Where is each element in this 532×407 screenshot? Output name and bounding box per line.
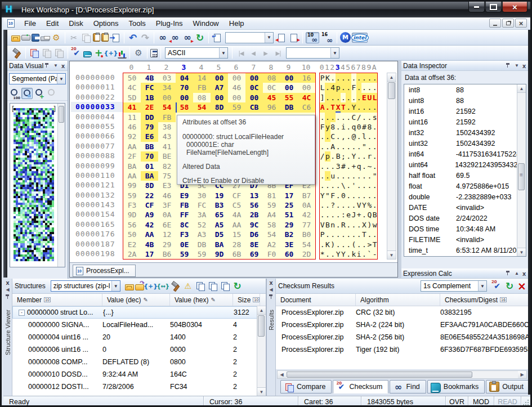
hex-byte[interactable]: 79 xyxy=(141,122,158,132)
ascii-char[interactable]: + xyxy=(356,210,361,220)
close-icon[interactable]: x xyxy=(522,271,526,276)
compare-resync-icon[interactable] xyxy=(41,47,52,59)
hex-byte[interactable]: 41 xyxy=(123,102,141,112)
hex-byte[interactable]: FC xyxy=(141,83,158,92)
ascii-char[interactable]: . xyxy=(341,142,346,151)
hex-byte[interactable]: 13 xyxy=(245,191,263,200)
ascii-char[interactable]: K xyxy=(325,240,330,249)
ascii-char[interactable]: . xyxy=(325,93,330,102)
hex-byte[interactable]: 54 xyxy=(263,230,280,239)
ascii-char[interactable]: e xyxy=(346,210,351,220)
hex-byte[interactable]: B0 xyxy=(298,230,315,239)
ascii-char[interactable]: * xyxy=(320,249,325,259)
ascii-char[interactable]: . xyxy=(351,230,356,239)
inspector-row[interactable]: FILETIME<invalid> xyxy=(404,234,526,245)
ascii-char[interactable]: . xyxy=(325,230,330,239)
ascii-char[interactable]: . xyxy=(336,220,341,230)
pin-icon[interactable] xyxy=(268,294,274,300)
inspector-row[interactable]: half float69.5 xyxy=(404,170,526,181)
ascii-char[interactable]: . xyxy=(341,93,346,102)
inspector-row[interactable]: DOS time10:34:48 AM xyxy=(404,223,526,234)
hex-byte[interactable]: E2 xyxy=(123,240,141,249)
ascii-char[interactable]: F xyxy=(320,122,325,132)
close-icon[interactable]: x xyxy=(61,63,65,69)
mdi-restore-button[interactable] xyxy=(502,19,514,28)
collapse-icon[interactable]: - xyxy=(19,310,25,316)
ascii-char[interactable]: . xyxy=(367,142,372,151)
hex-byte[interactable]: AA xyxy=(141,230,158,239)
ascii-char[interactable]: . xyxy=(367,230,372,239)
visualizer-mode-combobox[interactable]: Segmented (Pale ▼ xyxy=(9,73,66,84)
ascii-char[interactable]: . xyxy=(346,132,351,141)
ascii-char[interactable]: . xyxy=(361,73,366,83)
hex-byte[interactable]: E9 xyxy=(176,191,193,200)
ascii-char[interactable]: V xyxy=(320,220,325,230)
ascii-char[interactable]: . xyxy=(367,191,372,200)
hex-byte[interactable]: B2 xyxy=(280,230,298,239)
ascii-char[interactable]: U xyxy=(367,93,372,102)
hex-byte[interactable]: 8E xyxy=(245,240,263,249)
ascii-char[interactable]: ' xyxy=(351,181,356,190)
inspector-scrollbar[interactable]: ▲ ▼ xyxy=(517,84,526,256)
zoom-in-icon[interactable] xyxy=(34,88,45,99)
hex-byte[interactable]: D6 xyxy=(245,230,263,239)
ascii-char[interactable]: . xyxy=(372,132,377,141)
refresh-icon[interactable] xyxy=(504,280,515,292)
hex-byte[interactable]: 5D xyxy=(123,93,141,102)
intel-icon[interactable] xyxy=(352,33,368,43)
ascii-char[interactable]: . xyxy=(336,230,341,239)
close-icon[interactable]: x xyxy=(269,280,272,285)
column-header-value-hex-[interactable]: Value (hex)✎ xyxy=(170,294,233,306)
hex-byte[interactable]: 0A xyxy=(158,210,176,220)
hex-byte[interactable]: 3A xyxy=(193,210,211,220)
zoom-sel-icon[interactable] xyxy=(21,88,33,99)
ascii-char[interactable]: ? xyxy=(330,200,336,210)
hex-byte[interactable]: FB xyxy=(176,200,193,210)
ascii-char[interactable]: . xyxy=(325,162,330,171)
find-icon[interactable] xyxy=(157,32,168,43)
hex-byte[interactable]: 08 xyxy=(193,93,211,102)
ascii-char[interactable]: T xyxy=(372,240,377,249)
scroll-up-icon[interactable]: ▲ xyxy=(257,306,266,315)
ascii-char[interactable]: . xyxy=(356,220,361,230)
ascii-char[interactable]: . xyxy=(330,93,336,102)
close-icon[interactable]: x xyxy=(6,280,9,285)
column-header-member[interactable]: Member10 xyxy=(12,294,102,306)
hex-byte[interactable]: A5 xyxy=(211,220,228,230)
ascii-char[interactable]: . xyxy=(320,210,325,220)
ascii-char[interactable]: . xyxy=(361,249,366,259)
ascii-char[interactable]: . xyxy=(372,230,377,239)
tab-find[interactable]: Find xyxy=(390,380,426,393)
ascii-char[interactable]: . xyxy=(341,113,346,122)
ascii-char[interactable]: . xyxy=(320,162,325,171)
ascii-char[interactable]: . xyxy=(367,181,372,190)
ascii-char[interactable]: % xyxy=(367,200,372,210)
ascii-char[interactable]: . xyxy=(320,171,325,181)
hex-byte[interactable]: CF xyxy=(228,191,245,200)
ascii-char[interactable]: . xyxy=(346,122,351,132)
ascii-char[interactable]: . xyxy=(372,151,377,161)
hex-byte[interactable]: 08 xyxy=(263,73,280,83)
ascii-char[interactable]: . xyxy=(367,171,372,181)
hex-byte[interactable]: 46 xyxy=(158,191,176,200)
ascii-char[interactable]: i xyxy=(341,122,346,132)
scrollbar-thumb[interactable] xyxy=(287,372,472,378)
hex-byte[interactable]: 0C xyxy=(245,83,263,92)
calculator-icon[interactable] xyxy=(150,49,158,57)
hex-byte[interactable]: 2A xyxy=(123,249,141,259)
ascii-char[interactable]: . xyxy=(320,142,325,151)
hex-byte[interactable]: A3 xyxy=(193,230,211,239)
hex-byte[interactable]: 54 xyxy=(193,102,211,112)
nav-last-icon[interactable] xyxy=(272,47,284,59)
ascii-char[interactable]: . xyxy=(361,102,366,112)
maximize-button[interactable] xyxy=(485,2,502,12)
ascii-char[interactable]: . xyxy=(361,113,366,122)
ascii-char[interactable]: 8 xyxy=(367,122,372,132)
copy-special-icon[interactable] xyxy=(207,280,218,292)
ascii-char[interactable]: . xyxy=(356,93,361,102)
add-structure-icon[interactable] xyxy=(145,280,157,292)
hex-byte[interactable]: CF xyxy=(141,200,158,210)
ascii-char[interactable]: J xyxy=(351,210,356,220)
ascii-char[interactable]: . xyxy=(341,200,346,210)
pin-icon[interactable] xyxy=(505,270,511,276)
